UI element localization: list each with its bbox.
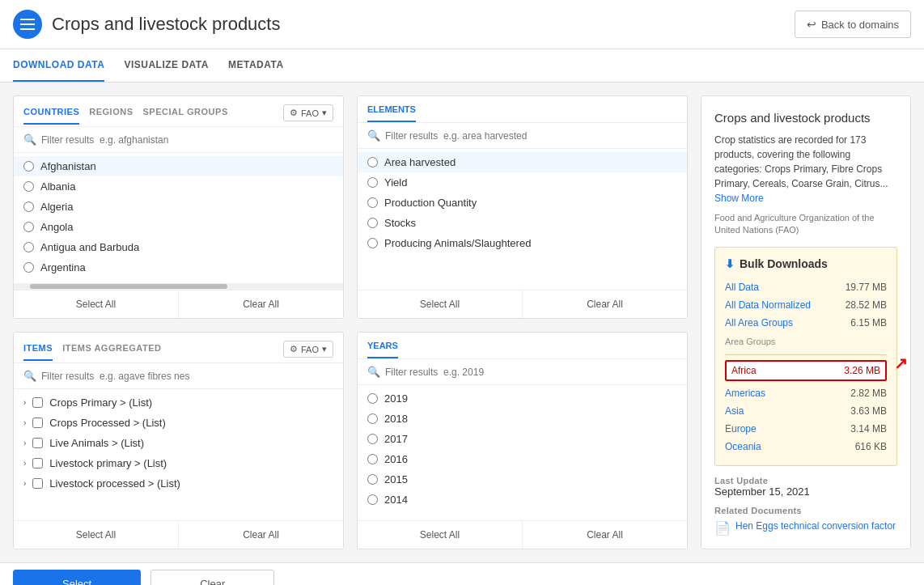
expand-arrow-icon[interactable]: › [23,398,26,407]
list-item[interactable]: Yield [358,172,687,193]
list-item[interactable]: Stocks [358,213,687,233]
countries-clear-all-button[interactable]: Clear All [179,290,343,318]
all-data-normalized-link[interactable]: All Data Normalized [725,299,811,311]
items-tabs: ITEMS ITEMS AGGREGATED [23,343,277,361]
list-item[interactable]: › Livestock processed > (List) [14,473,343,494]
tab-visualize-data[interactable]: VISUALIZE DATA [124,49,209,82]
tab-elements[interactable]: ELEMENTS [367,104,416,122]
years-filter-row: 🔍 [358,359,687,385]
year-radio-2019[interactable] [367,393,378,404]
all-area-groups-link[interactable]: All Area Groups [725,317,793,329]
item-checkbox-crops-primary[interactable] [32,397,43,408]
menu-icon[interactable] [13,10,42,39]
sidebar: Crops and livestock products Crop statis… [701,95,911,549]
tab-items[interactable]: ITEMS [23,343,53,361]
list-item[interactable]: › Crops Processed > (List) [14,413,343,433]
list-item[interactable]: › Livestock primary > (List) [14,453,343,473]
list-item[interactable]: Albania [14,176,343,197]
list-item[interactable]: 2016 [358,449,687,469]
bulk-row-all-area-groups: All Area Groups 6.15 MB [725,314,887,332]
elements-filter-input[interactable] [385,130,677,142]
scroll-thumb [30,284,227,289]
select-button[interactable]: Select [13,570,141,585]
all-data-link[interactable]: All Data [725,282,759,293]
country-radio-afghanistan[interactable] [23,161,34,172]
expand-arrow-icon[interactable]: › [23,418,26,427]
list-item[interactable]: 2017 [358,429,687,449]
list-item[interactable]: Antigua and Barbuda [14,237,343,257]
countries-filter-input[interactable] [41,134,333,146]
oceania-link[interactable]: Oceania [725,441,761,452]
fao-dropdown[interactable]: ⚙ FAO ▾ [283,104,333,121]
item-checkbox-livestock-primary[interactable] [32,458,43,468]
list-item[interactable]: Algeria [14,197,343,217]
list-item[interactable]: Argentina [14,257,343,278]
years-select-all-button[interactable]: Select All [358,521,523,549]
red-arrow-indicator: ↗ [894,355,908,371]
list-item[interactable]: Production Quantity [358,193,687,213]
list-item[interactable]: Angola [14,217,343,237]
items-clear-all-button[interactable]: Clear All [179,521,343,549]
element-radio-producing-animals[interactable] [367,238,378,248]
document-icon: 📄 [714,520,731,536]
list-item[interactable]: Producing Animals/Slaughtered [358,233,687,253]
country-radio-antigua[interactable] [23,242,34,252]
country-radio-argentina[interactable] [23,262,34,273]
europe-link[interactable]: Europe [725,423,757,435]
list-item[interactable]: 2019 [358,388,687,409]
tab-metadata[interactable]: METADATA [228,49,284,82]
item-checkbox-livestock-processed[interactable] [32,478,43,489]
year-radio-2015[interactable] [367,474,378,485]
list-item[interactable]: Area harvested [358,152,687,172]
horizontal-scrollbar[interactable] [14,283,343,290]
item-checkbox-crops-processed[interactable] [32,418,43,428]
elements-panel-footer: Select All Clear All [358,290,687,318]
tab-special-groups[interactable]: SPECIAL GROUPS [143,107,228,125]
items-select-all-button[interactable]: Select All [14,521,179,549]
list-item[interactable]: Afghanistan [14,156,343,176]
element-radio-yield[interactable] [367,177,378,188]
item-checkbox-live-animals[interactable] [32,438,43,448]
element-radio-area-harvested[interactable] [367,157,378,167]
list-item[interactable]: 2015 [358,469,687,490]
years-panel-header: YEARS [358,333,687,359]
list-item[interactable]: › Crops Primary > (List) [14,392,343,413]
tab-years[interactable]: YEARS [367,341,398,358]
years-filter-input[interactable] [385,367,677,378]
tab-countries[interactable]: COUNTRIES [23,107,79,125]
items-fao-dropdown[interactable]: ⚙ FAO ▾ [283,341,333,358]
countries-select-all-button[interactable]: Select All [14,290,179,318]
show-more-link[interactable]: Show More [714,193,764,204]
elements-select-all-button[interactable]: Select All [358,290,523,318]
year-radio-2017[interactable] [367,434,378,444]
tab-regions[interactable]: REGIONS [89,107,133,125]
items-filter-input[interactable] [41,371,333,382]
years-clear-all-button[interactable]: Clear All [523,521,687,549]
year-radio-2014[interactable] [367,494,378,505]
back-to-domains-button[interactable]: ↩ Back to domains [795,11,911,38]
africa-link[interactable]: Africa [731,365,757,376]
country-radio-albania[interactable] [23,181,34,192]
element-radio-production-quantity[interactable] [367,197,378,208]
years-panel-footer: Select All Clear All [358,520,687,549]
list-item[interactable]: › Live Animals > (List) [14,433,343,453]
list-item[interactable]: 2018 [358,409,687,429]
expand-arrow-icon[interactable]: › [23,479,26,488]
element-radio-stocks[interactable] [367,218,378,228]
tab-items-aggregated[interactable]: ITEMS AGGREGATED [62,343,161,361]
tab-download-data[interactable]: DOWNLOAD DATA [13,49,104,82]
related-doc-link[interactable]: Hen Eggs technical conversion factor [735,520,896,532]
all-data-size: 19.77 MB [846,282,887,293]
expand-arrow-icon[interactable]: › [23,439,26,447]
elements-clear-all-button[interactable]: Clear All [523,290,687,318]
year-radio-2018[interactable] [367,413,378,424]
expand-arrow-icon[interactable]: › [23,459,26,468]
country-radio-angola[interactable] [23,222,34,232]
clear-button[interactable]: Clear [150,570,274,585]
list-item[interactable]: 2014 [358,490,687,510]
year-radio-2016[interactable] [367,454,378,464]
americas-link[interactable]: Americas [725,388,765,399]
asia-link[interactable]: Asia [725,405,744,417]
country-radio-algeria[interactable] [23,201,34,212]
related-doc-item[interactable]: 📄 Hen Eggs technical conversion factor [714,520,897,536]
